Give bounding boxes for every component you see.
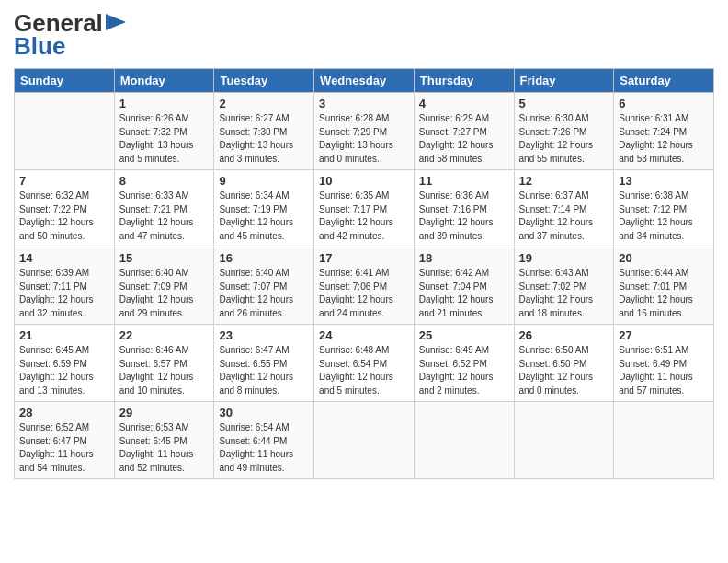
day-info: Sunrise: 6:40 AMSunset: 7:09 PMDaylight:…: [119, 267, 210, 320]
day-number: 14: [19, 251, 109, 265]
day-info: Sunrise: 6:51 AMSunset: 6:49 PMDaylight:…: [619, 344, 709, 397]
calendar-cell: 28Sunrise: 6:52 AMSunset: 6:47 PMDayligh…: [15, 402, 115, 479]
day-number: 22: [119, 328, 210, 342]
day-number: 15: [119, 251, 210, 265]
day-info: Sunrise: 6:42 AMSunset: 7:04 PMDaylight:…: [419, 267, 509, 320]
day-info: Sunrise: 6:40 AMSunset: 7:07 PMDaylight:…: [219, 267, 309, 320]
day-info: Sunrise: 6:48 AMSunset: 6:54 PMDaylight:…: [319, 344, 409, 397]
calendar-cell: 4Sunrise: 6:29 AMSunset: 7:27 PMDaylight…: [414, 93, 514, 170]
day-info: Sunrise: 6:36 AMSunset: 7:16 PMDaylight:…: [419, 190, 509, 243]
calendar-cell: 20Sunrise: 6:44 AMSunset: 7:01 PMDayligh…: [614, 247, 714, 325]
day-info: Sunrise: 6:52 AMSunset: 6:47 PMDaylight:…: [19, 421, 109, 475]
day-number: 21: [19, 328, 109, 342]
calendar-cell: 18Sunrise: 6:42 AMSunset: 7:04 PMDayligh…: [414, 247, 514, 325]
column-header-monday: Monday: [114, 69, 214, 93]
day-info: Sunrise: 6:53 AMSunset: 6:45 PMDaylight:…: [119, 421, 210, 475]
calendar-cell: [15, 93, 115, 170]
calendar-cell: [514, 402, 614, 479]
day-number: 11: [419, 174, 509, 188]
day-number: 4: [419, 97, 509, 110]
column-header-tuesday: Tuesday: [214, 69, 314, 93]
day-number: 2: [219, 97, 309, 110]
column-header-thursday: Thursday: [414, 69, 514, 93]
day-number: 8: [119, 174, 210, 188]
calendar-cell: 1Sunrise: 6:26 AMSunset: 7:32 PMDaylight…: [114, 93, 214, 170]
calendar-week-row: 28Sunrise: 6:52 AMSunset: 6:47 PMDayligh…: [15, 402, 714, 479]
day-info: Sunrise: 6:41 AMSunset: 7:06 PMDaylight:…: [319, 267, 409, 320]
calendar-cell: 2Sunrise: 6:27 AMSunset: 7:30 PMDaylight…: [214, 93, 314, 170]
day-info: Sunrise: 6:28 AMSunset: 7:29 PMDaylight:…: [319, 112, 409, 166]
day-number: 6: [619, 97, 709, 110]
day-number: 26: [519, 328, 609, 342]
day-info: Sunrise: 6:30 AMSunset: 7:26 PMDaylight:…: [519, 112, 609, 166]
calendar-cell: 14Sunrise: 6:39 AMSunset: 7:11 PMDayligh…: [15, 247, 115, 325]
column-header-friday: Friday: [514, 69, 614, 93]
day-number: 19: [519, 251, 609, 265]
day-info: Sunrise: 6:32 AMSunset: 7:22 PMDaylight:…: [19, 190, 109, 243]
calendar-cell: 21Sunrise: 6:45 AMSunset: 6:59 PMDayligh…: [15, 325, 115, 402]
day-info: Sunrise: 6:35 AMSunset: 7:17 PMDaylight:…: [319, 190, 409, 243]
column-header-sunday: Sunday: [15, 69, 115, 93]
day-number: 13: [619, 174, 709, 188]
day-number: 10: [319, 174, 409, 188]
calendar-week-row: 7Sunrise: 6:32 AMSunset: 7:22 PMDaylight…: [15, 170, 714, 247]
calendar-table: SundayMondayTuesdayWednesdayThursdayFrid…: [14, 68, 714, 479]
calendar-cell: 26Sunrise: 6:50 AMSunset: 6:50 PMDayligh…: [514, 325, 614, 402]
column-header-saturday: Saturday: [614, 69, 714, 93]
day-info: Sunrise: 6:29 AMSunset: 7:27 PMDaylight:…: [419, 112, 509, 166]
day-info: Sunrise: 6:46 AMSunset: 6:57 PMDaylight:…: [119, 344, 210, 397]
calendar-cell: 25Sunrise: 6:49 AMSunset: 6:52 PMDayligh…: [414, 325, 514, 402]
logo-arrow-icon: [106, 14, 126, 30]
logo-blue: Blue: [14, 32, 65, 61]
day-info: Sunrise: 6:34 AMSunset: 7:19 PMDaylight:…: [219, 190, 309, 243]
day-number: 12: [519, 174, 609, 188]
day-info: Sunrise: 6:38 AMSunset: 7:12 PMDaylight:…: [619, 190, 709, 243]
day-info: Sunrise: 6:50 AMSunset: 6:50 PMDaylight:…: [519, 344, 609, 397]
day-info: Sunrise: 6:45 AMSunset: 6:59 PMDaylight:…: [19, 344, 109, 397]
calendar-cell: 6Sunrise: 6:31 AMSunset: 7:24 PMDaylight…: [614, 93, 714, 170]
calendar-cell: 15Sunrise: 6:40 AMSunset: 7:09 PMDayligh…: [114, 247, 214, 325]
calendar-cell: 8Sunrise: 6:33 AMSunset: 7:21 PMDaylight…: [114, 170, 214, 247]
day-number: 27: [619, 328, 709, 342]
svg-marker-0: [106, 14, 126, 30]
day-number: 16: [219, 251, 309, 265]
calendar-cell: 7Sunrise: 6:32 AMSunset: 7:22 PMDaylight…: [15, 170, 115, 247]
day-info: Sunrise: 6:33 AMSunset: 7:21 PMDaylight:…: [119, 190, 210, 243]
logo: General Blue: [14, 9, 126, 61]
calendar-cell: [314, 402, 415, 479]
page-container: General Blue SundayMondayTuesdayWednesda…: [0, 0, 728, 488]
column-header-wednesday: Wednesday: [314, 69, 415, 93]
calendar-week-row: 1Sunrise: 6:26 AMSunset: 7:32 PMDaylight…: [15, 93, 714, 170]
day-number: 5: [519, 97, 609, 110]
calendar-header-row: SundayMondayTuesdayWednesdayThursdayFrid…: [15, 69, 714, 93]
day-info: Sunrise: 6:43 AMSunset: 7:02 PMDaylight:…: [519, 267, 609, 320]
calendar-cell: 10Sunrise: 6:35 AMSunset: 7:17 PMDayligh…: [314, 170, 415, 247]
calendar-cell: 13Sunrise: 6:38 AMSunset: 7:12 PMDayligh…: [614, 170, 714, 247]
day-number: 17: [319, 251, 409, 265]
day-info: Sunrise: 6:26 AMSunset: 7:32 PMDaylight:…: [119, 112, 210, 166]
day-number: 29: [119, 406, 210, 419]
calendar-cell: [414, 402, 514, 479]
calendar-cell: 23Sunrise: 6:47 AMSunset: 6:55 PMDayligh…: [214, 325, 314, 402]
calendar-cell: 29Sunrise: 6:53 AMSunset: 6:45 PMDayligh…: [114, 402, 214, 479]
calendar-cell: 27Sunrise: 6:51 AMSunset: 6:49 PMDayligh…: [614, 325, 714, 402]
day-info: Sunrise: 6:27 AMSunset: 7:30 PMDaylight:…: [219, 112, 309, 166]
day-info: Sunrise: 6:39 AMSunset: 7:11 PMDaylight:…: [19, 267, 109, 320]
day-number: 20: [619, 251, 709, 265]
day-number: 9: [219, 174, 309, 188]
day-number: 24: [319, 328, 409, 342]
day-info: Sunrise: 6:47 AMSunset: 6:55 PMDaylight:…: [219, 344, 309, 397]
day-info: Sunrise: 6:54 AMSunset: 6:44 PMDaylight:…: [219, 421, 309, 475]
calendar-cell: 19Sunrise: 6:43 AMSunset: 7:02 PMDayligh…: [514, 247, 614, 325]
day-info: Sunrise: 6:31 AMSunset: 7:24 PMDaylight:…: [619, 112, 709, 166]
calendar-cell: 12Sunrise: 6:37 AMSunset: 7:14 PMDayligh…: [514, 170, 614, 247]
calendar-cell: [614, 402, 714, 479]
day-number: 23: [219, 328, 309, 342]
day-number: 25: [419, 328, 509, 342]
calendar-cell: 30Sunrise: 6:54 AMSunset: 6:44 PMDayligh…: [214, 402, 314, 479]
calendar-cell: 3Sunrise: 6:28 AMSunset: 7:29 PMDaylight…: [314, 93, 415, 170]
day-info: Sunrise: 6:49 AMSunset: 6:52 PMDaylight:…: [419, 344, 509, 397]
day-number: 28: [19, 406, 109, 419]
day-number: 18: [419, 251, 509, 265]
calendar-cell: 16Sunrise: 6:40 AMSunset: 7:07 PMDayligh…: [214, 247, 314, 325]
